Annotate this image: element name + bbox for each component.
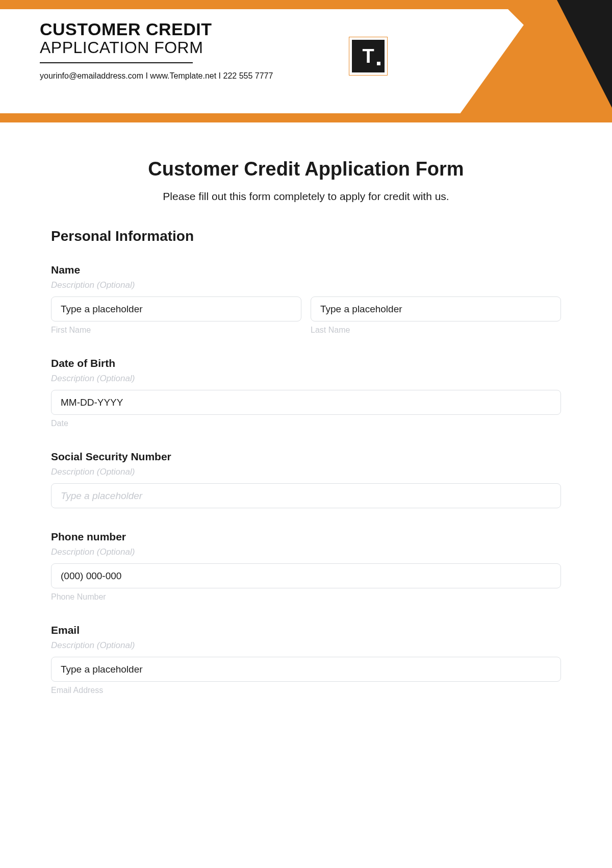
section-heading-personal: Personal Information [51,228,561,244]
banner-title-light: APPLICATION FORM [40,38,273,57]
phone-input[interactable] [51,563,561,588]
first-name-input[interactable] [51,296,301,321]
ssn-input[interactable] [51,483,561,508]
banner-text-block: CUSTOMER CREDIT APPLICATION FORM yourinf… [40,19,273,81]
label-ssn: Social Security Number [51,451,561,463]
banner-title-bold: CUSTOMER CREDIT [40,19,273,39]
label-name: Name [51,264,561,276]
dob-input[interactable] [51,390,561,415]
header-banner: CUSTOMER CREDIT APPLICATION FORM yourinf… [0,0,612,122]
page-title: Customer Credit Application Form [51,158,561,180]
form-area: Customer Credit Application Form Please … [0,122,612,695]
desc-email: Description (Optional) [51,640,561,651]
label-dob: Date of Birth [51,357,561,369]
page-subtitle: Please fill out this form completely to … [51,190,561,203]
last-name-input[interactable] [311,296,561,321]
sublabel-email: Email Address [51,686,561,695]
desc-dob: Description (Optional) [51,374,561,384]
sublabel-first-name: First Name [51,326,301,335]
logo-frame: T [349,37,388,76]
field-ssn: Social Security Number Description (Opti… [51,451,561,508]
banner-contact-line: yourinfo@emailaddress.com I www.Template… [40,71,273,81]
desc-ssn: Description (Optional) [51,467,561,477]
field-name: Name Description (Optional) First Name L… [51,264,561,335]
sublabel-dob: Date [51,419,561,428]
logo-dot-icon [377,62,380,65]
field-dob: Date of Birth Description (Optional) Dat… [51,357,561,428]
label-email: Email [51,624,561,636]
logo-box: T [352,40,385,72]
banner-divider [40,62,193,63]
sublabel-phone: Phone Number [51,592,561,602]
logo-letter: T [362,45,374,67]
field-phone: Phone number Description (Optional) Phon… [51,531,561,602]
desc-phone: Description (Optional) [51,547,561,557]
sublabel-last-name: Last Name [311,326,561,335]
label-phone: Phone number [51,531,561,543]
desc-name: Description (Optional) [51,280,561,290]
email-input[interactable] [51,657,561,682]
field-email: Email Description (Optional) Email Addre… [51,624,561,695]
